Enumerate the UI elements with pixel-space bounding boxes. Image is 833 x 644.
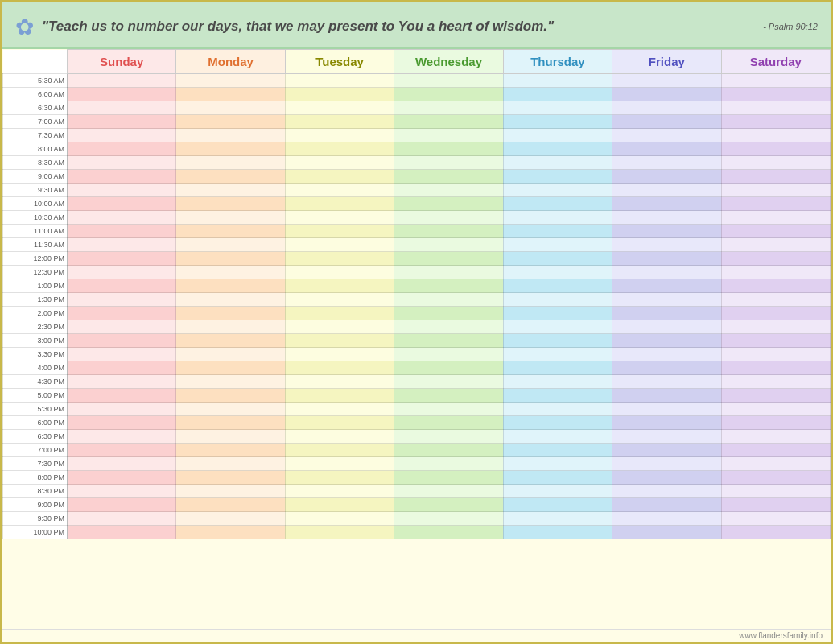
friday-cell[interactable] xyxy=(612,457,721,471)
friday-cell[interactable] xyxy=(612,526,721,539)
tuesday-cell[interactable] xyxy=(285,156,394,170)
tuesday-cell[interactable] xyxy=(285,101,394,115)
thursday-cell[interactable] xyxy=(503,170,612,184)
sunday-cell[interactable] xyxy=(68,307,176,320)
sunday-cell[interactable] xyxy=(68,416,176,430)
thursday-cell[interactable] xyxy=(503,485,612,498)
tuesday-cell[interactable] xyxy=(285,252,394,266)
friday-cell[interactable] xyxy=(612,197,721,211)
monday-cell[interactable] xyxy=(176,170,285,184)
saturday-cell[interactable] xyxy=(721,225,830,238)
tuesday-cell[interactable] xyxy=(285,485,394,498)
saturday-cell[interactable] xyxy=(721,252,830,266)
thursday-cell[interactable] xyxy=(503,307,612,320)
sunday-cell[interactable] xyxy=(68,115,176,129)
friday-cell[interactable] xyxy=(612,74,721,88)
tuesday-cell[interactable] xyxy=(285,184,394,197)
monday-cell[interactable] xyxy=(176,526,285,539)
friday-cell[interactable] xyxy=(612,142,721,156)
sunday-cell[interactable] xyxy=(68,184,176,197)
monday-cell[interactable] xyxy=(176,485,285,498)
saturday-cell[interactable] xyxy=(721,74,830,88)
sunday-cell[interactable] xyxy=(68,526,176,539)
wednesday-cell[interactable] xyxy=(394,512,503,526)
saturday-cell[interactable] xyxy=(721,416,830,430)
thursday-cell[interactable] xyxy=(503,184,612,197)
saturday-cell[interactable] xyxy=(721,101,830,115)
tuesday-cell[interactable] xyxy=(285,279,394,293)
friday-cell[interactable] xyxy=(612,375,721,389)
tuesday-cell[interactable] xyxy=(285,348,394,361)
sunday-cell[interactable] xyxy=(68,485,176,498)
sunday-cell[interactable] xyxy=(68,430,176,444)
saturday-cell[interactable] xyxy=(721,389,830,402)
thursday-cell[interactable] xyxy=(503,225,612,238)
wednesday-cell[interactable] xyxy=(394,238,503,252)
tuesday-cell[interactable] xyxy=(285,361,394,375)
friday-cell[interactable] xyxy=(612,307,721,320)
sunday-cell[interactable] xyxy=(68,320,176,334)
thursday-cell[interactable] xyxy=(503,74,612,88)
sunday-cell[interactable] xyxy=(68,457,176,471)
thursday-cell[interactable] xyxy=(503,375,612,389)
sunday-cell[interactable] xyxy=(68,101,176,115)
wednesday-cell[interactable] xyxy=(394,184,503,197)
saturday-cell[interactable] xyxy=(721,156,830,170)
saturday-cell[interactable] xyxy=(721,334,830,348)
saturday-cell[interactable] xyxy=(721,512,830,526)
thursday-cell[interactable] xyxy=(503,457,612,471)
thursday-cell[interactable] xyxy=(503,320,612,334)
saturday-cell[interactable] xyxy=(721,184,830,197)
friday-cell[interactable] xyxy=(612,129,721,142)
saturday-cell[interactable] xyxy=(721,485,830,498)
wednesday-cell[interactable] xyxy=(394,320,503,334)
monday-cell[interactable] xyxy=(176,375,285,389)
thursday-cell[interactable] xyxy=(503,156,612,170)
wednesday-cell[interactable] xyxy=(394,101,503,115)
wednesday-cell[interactable] xyxy=(394,170,503,184)
friday-cell[interactable] xyxy=(612,170,721,184)
wednesday-cell[interactable] xyxy=(394,361,503,375)
saturday-cell[interactable] xyxy=(721,498,830,512)
monday-cell[interactable] xyxy=(176,88,285,101)
saturday-cell[interactable] xyxy=(721,293,830,307)
friday-cell[interactable] xyxy=(612,498,721,512)
monday-cell[interactable] xyxy=(176,225,285,238)
tuesday-cell[interactable] xyxy=(285,197,394,211)
monday-cell[interactable] xyxy=(176,444,285,457)
wednesday-cell[interactable] xyxy=(394,416,503,430)
friday-cell[interactable] xyxy=(612,156,721,170)
monday-cell[interactable] xyxy=(176,334,285,348)
saturday-cell[interactable] xyxy=(721,115,830,129)
saturday-cell[interactable] xyxy=(721,361,830,375)
thursday-cell[interactable] xyxy=(503,416,612,430)
tuesday-cell[interactable] xyxy=(285,444,394,457)
monday-cell[interactable] xyxy=(176,142,285,156)
friday-cell[interactable] xyxy=(612,101,721,115)
thursday-cell[interactable] xyxy=(503,430,612,444)
saturday-cell[interactable] xyxy=(721,526,830,539)
monday-cell[interactable] xyxy=(176,320,285,334)
saturday-cell[interactable] xyxy=(721,471,830,485)
wednesday-cell[interactable] xyxy=(394,293,503,307)
wednesday-cell[interactable] xyxy=(394,307,503,320)
sunday-cell[interactable] xyxy=(68,88,176,101)
friday-cell[interactable] xyxy=(612,115,721,129)
thursday-cell[interactable] xyxy=(503,389,612,402)
monday-cell[interactable] xyxy=(176,430,285,444)
sunday-cell[interactable] xyxy=(68,361,176,375)
saturday-cell[interactable] xyxy=(721,266,830,279)
monday-cell[interactable] xyxy=(176,389,285,402)
saturday-cell[interactable] xyxy=(721,457,830,471)
monday-cell[interactable] xyxy=(176,252,285,266)
sunday-cell[interactable] xyxy=(68,444,176,457)
sunday-cell[interactable] xyxy=(68,129,176,142)
wednesday-cell[interactable] xyxy=(394,526,503,539)
tuesday-cell[interactable] xyxy=(285,471,394,485)
monday-cell[interactable] xyxy=(176,348,285,361)
sunday-cell[interactable] xyxy=(68,389,176,402)
friday-cell[interactable] xyxy=(612,88,721,101)
friday-cell[interactable] xyxy=(612,444,721,457)
friday-cell[interactable] xyxy=(612,471,721,485)
thursday-cell[interactable] xyxy=(503,197,612,211)
